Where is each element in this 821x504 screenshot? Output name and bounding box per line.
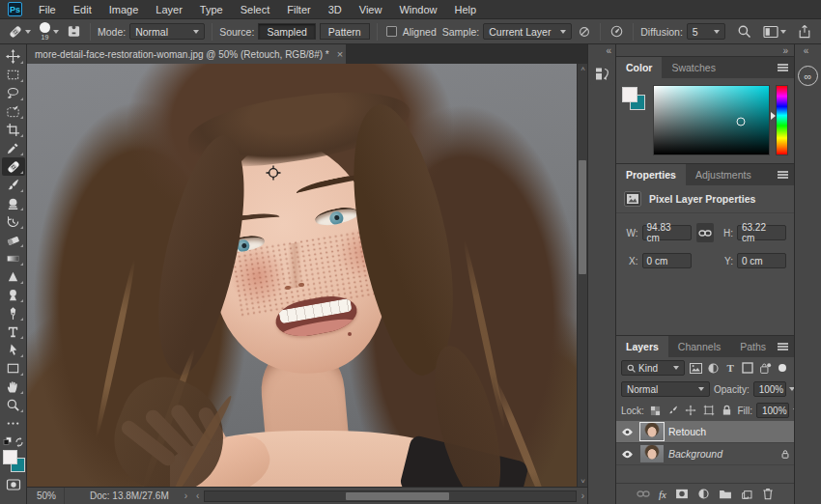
close-icon[interactable]: × xyxy=(337,48,343,60)
diffusion-dropdown[interactable]: 5 xyxy=(687,23,725,40)
lasso-tool[interactable] xyxy=(2,84,25,102)
layer-thumbnail[interactable] xyxy=(640,445,664,462)
edit-toolbar-button[interactable] xyxy=(2,414,25,433)
scroll-left-icon[interactable]: ‹ xyxy=(193,490,202,501)
mode-dropdown[interactable]: Normal xyxy=(129,23,205,40)
panel-menu-icon[interactable] xyxy=(778,170,788,180)
menu-filter[interactable]: Filter xyxy=(278,0,319,19)
tool-preset-picker[interactable] xyxy=(6,23,33,41)
color-picker-ring[interactable] xyxy=(737,117,746,126)
move-tool[interactable] xyxy=(2,47,25,66)
rectangle-tool[interactable] xyxy=(2,359,25,378)
filter-type-layers-icon[interactable]: T xyxy=(723,360,737,376)
brush-tool[interactable] xyxy=(2,176,25,194)
canvas[interactable] xyxy=(27,64,577,487)
gradient-tool[interactable] xyxy=(2,249,25,267)
menu-edit[interactable]: Edit xyxy=(65,0,100,19)
source-pattern-button[interactable]: Pattern xyxy=(320,23,370,40)
lock-position-icon[interactable] xyxy=(684,403,698,418)
lock-all-icon[interactable] xyxy=(720,403,734,418)
y-field[interactable]: 0 cm xyxy=(737,253,786,268)
new-adjustment-layer-icon[interactable] xyxy=(697,488,710,500)
menu-file[interactable]: File xyxy=(30,0,65,19)
tab-color[interactable]: Color xyxy=(616,57,662,78)
layer-filter-dropdown[interactable]: Kind xyxy=(621,360,685,376)
type-tool[interactable] xyxy=(2,322,25,341)
brush-size-picker[interactable]: 19 xyxy=(37,21,61,42)
menu-image[interactable]: Image xyxy=(100,0,148,19)
expand-dock-chevron[interactable]: « xyxy=(606,44,615,58)
horizontal-scrollbar[interactable] xyxy=(204,490,576,502)
menu-3d[interactable]: 3D xyxy=(320,0,351,19)
creative-cloud-icon[interactable]: ∞ xyxy=(798,66,818,86)
vertical-scroll-thumb[interactable] xyxy=(579,160,586,274)
width-field[interactable]: 94.83 cm xyxy=(642,225,692,240)
tab-paths[interactable]: Paths xyxy=(730,336,776,357)
filter-smart-objects-icon[interactable] xyxy=(758,360,772,376)
marquee-tool[interactable] xyxy=(2,66,25,84)
menu-view[interactable]: View xyxy=(351,0,391,19)
workspace-switcher[interactable] xyxy=(761,24,788,40)
panel-menu-icon[interactable] xyxy=(778,63,788,72)
tab-channels[interactable]: Channels xyxy=(668,336,730,357)
height-field[interactable]: 63.22 cm xyxy=(737,225,786,240)
filter-pixel-layers-icon[interactable] xyxy=(689,360,702,376)
clone-stamp-tool[interactable] xyxy=(2,194,25,212)
lock-pixels-icon[interactable] xyxy=(665,403,680,418)
menu-help[interactable]: Help xyxy=(446,0,486,19)
pen-tool[interactable] xyxy=(2,304,25,322)
x-field[interactable]: 0 cm xyxy=(642,253,692,268)
visibility-eye-icon[interactable] xyxy=(618,428,636,436)
search-icon[interactable] xyxy=(737,24,751,39)
add-layer-mask-icon[interactable] xyxy=(675,489,689,499)
menu-type[interactable]: Type xyxy=(191,0,232,19)
new-layer-icon[interactable] xyxy=(741,488,753,500)
delete-layer-icon[interactable] xyxy=(762,488,774,500)
menu-layer[interactable]: Layer xyxy=(147,0,191,19)
object-selection-tool[interactable] xyxy=(2,102,25,121)
collapse-panels-chevron[interactable]: » xyxy=(782,45,788,56)
crop-tool[interactable] xyxy=(2,121,25,139)
eyedropper-tool[interactable] xyxy=(2,139,25,157)
fill-field[interactable]: 100% xyxy=(756,403,789,418)
visibility-eye-icon[interactable] xyxy=(618,450,636,459)
foreground-color-swatch[interactable] xyxy=(3,450,17,464)
link-layers-icon[interactable] xyxy=(637,490,650,498)
hue-slider[interactable] xyxy=(776,85,788,155)
hue-slider-arrow[interactable] xyxy=(771,112,776,120)
history-brush-tool[interactable] xyxy=(2,212,25,231)
scroll-right-icon[interactable]: › xyxy=(579,490,587,501)
layer-thumbnail[interactable] xyxy=(640,423,664,440)
panel-menu-icon[interactable] xyxy=(778,342,788,351)
blend-mode-dropdown[interactable]: Normal xyxy=(621,381,710,397)
sample-dropdown[interactable]: Current Layer xyxy=(483,23,572,40)
aligned-checkbox[interactable]: Aligned xyxy=(384,25,439,39)
new-group-icon[interactable] xyxy=(719,489,732,499)
opacity-field[interactable]: 100% xyxy=(753,381,786,397)
quick-mask-button[interactable] xyxy=(2,475,25,493)
layer-name[interactable]: Retouch xyxy=(668,426,790,437)
scroll-up-icon[interactable]: ˄ xyxy=(578,64,588,74)
zoom-level-field[interactable]: 50% xyxy=(27,488,65,504)
eraser-tool[interactable] xyxy=(2,231,25,249)
document-tab[interactable]: more-detail-face-restoration-woman.jpg @… xyxy=(27,44,346,64)
tab-layers[interactable]: Layers xyxy=(616,336,668,357)
foreground-color-swatch[interactable] xyxy=(622,87,637,102)
expand-right-dock-chevron[interactable]: « xyxy=(804,44,813,58)
source-sampled-button[interactable]: Sampled xyxy=(258,23,315,40)
vertical-scrollbar[interactable]: ˄ ˅ xyxy=(577,64,587,487)
healing-brush-tool[interactable] xyxy=(2,157,25,176)
filter-adjustment-layers-icon[interactable] xyxy=(706,360,720,376)
toggle-brush-panel-button[interactable] xyxy=(65,23,83,40)
status-menu-chevron[interactable]: › xyxy=(179,490,193,501)
lock-artboard-icon[interactable] xyxy=(701,403,716,418)
default-and-swap-colors[interactable] xyxy=(2,435,25,448)
hand-tool[interactable] xyxy=(2,378,25,396)
layer-row-retouch[interactable]: Retouch xyxy=(616,421,794,443)
layer-style-fx-icon[interactable]: fx xyxy=(659,489,666,500)
tab-properties[interactable]: Properties xyxy=(616,164,686,185)
tab-adjustments[interactable]: Adjustments xyxy=(686,164,761,185)
collapsed-panel-icon[interactable] xyxy=(590,62,613,85)
filter-shape-layers-icon[interactable] xyxy=(741,360,754,376)
menu-select[interactable]: Select xyxy=(232,0,279,19)
